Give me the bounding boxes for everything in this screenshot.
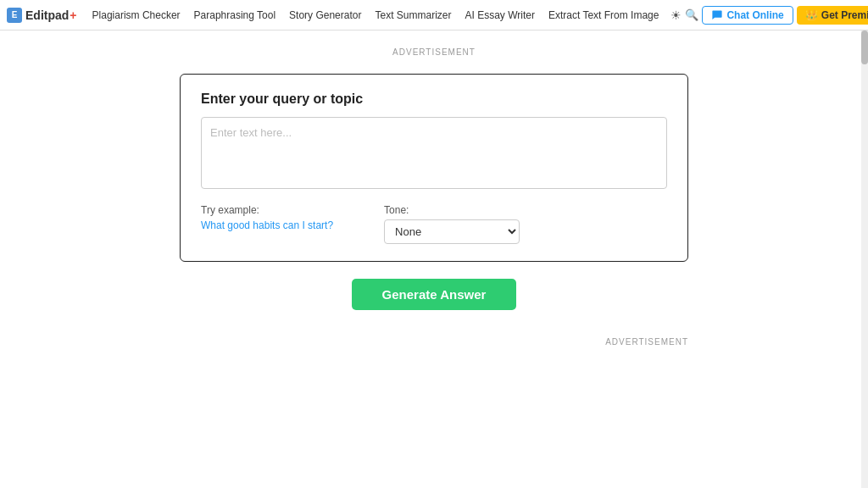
query-box: Enter your query or topic Try example: W…: [180, 74, 688, 262]
advertisement-top: ADVERTISEMENT: [392, 47, 476, 57]
navbar: E Editpad + Plagiarism Checker Paraphras…: [0, 0, 868, 30]
nav-plagiarism-checker[interactable]: Plagiarism Checker: [87, 9, 186, 21]
nav-story-generator[interactable]: Story Generator: [284, 9, 366, 21]
main-content: ADVERTISEMENT Enter your query or topic …: [0, 30, 868, 347]
get-premium-button[interactable]: 👑 Get Premium: [797, 6, 868, 25]
sun-icon: ☀: [670, 8, 682, 22]
scrollbar-track: [861, 30, 868, 488]
generate-btn-container: Generate Answer: [352, 279, 517, 310]
nav-text-summarizer[interactable]: Text Summarizer: [370, 9, 456, 21]
query-box-title: Enter your query or topic: [201, 92, 667, 107]
try-example-link[interactable]: What good habits can I start?: [201, 219, 333, 231]
logo-text: Editpad: [25, 8, 69, 22]
chat-online-button[interactable]: Chat Online: [702, 6, 793, 25]
chat-icon: [711, 9, 723, 21]
get-premium-label: Get Premium: [821, 9, 868, 21]
logo-icon: E: [7, 8, 22, 23]
theme-toggle-button[interactable]: ☀: [670, 3, 682, 27]
logo[interactable]: E Editpad +: [7, 8, 77, 23]
tone-label: Tone:: [384, 204, 520, 216]
nav-extract-text[interactable]: Extract Text From Image: [543, 9, 664, 21]
query-options-row: Try example: What good habits can I star…: [201, 204, 667, 244]
try-example-label: Try example:: [201, 204, 333, 216]
logo-plus: +: [70, 8, 76, 22]
nav-ai-essay-writer[interactable]: AI Essay Writer: [460, 9, 540, 21]
crown-icon: 👑: [805, 9, 818, 21]
try-example-section: Try example: What good habits can I star…: [201, 204, 333, 231]
tone-select[interactable]: None Formal Informal Friendly Profession…: [384, 219, 520, 244]
search-icon: 🔍: [685, 8, 698, 21]
chat-online-label: Chat Online: [726, 9, 783, 21]
query-textarea[interactable]: [201, 117, 667, 189]
advertisement-bottom: ADVERTISEMENT: [180, 337, 688, 347]
search-button[interactable]: 🔍: [685, 3, 698, 27]
tone-section: Tone: None Formal Informal Friendly Prof…: [384, 204, 520, 244]
scrollbar-thumb[interactable]: [861, 30, 868, 64]
generate-answer-button[interactable]: Generate Answer: [352, 279, 517, 310]
nav-paraphrasing-tool[interactable]: Paraphrasing Tool: [189, 9, 281, 21]
